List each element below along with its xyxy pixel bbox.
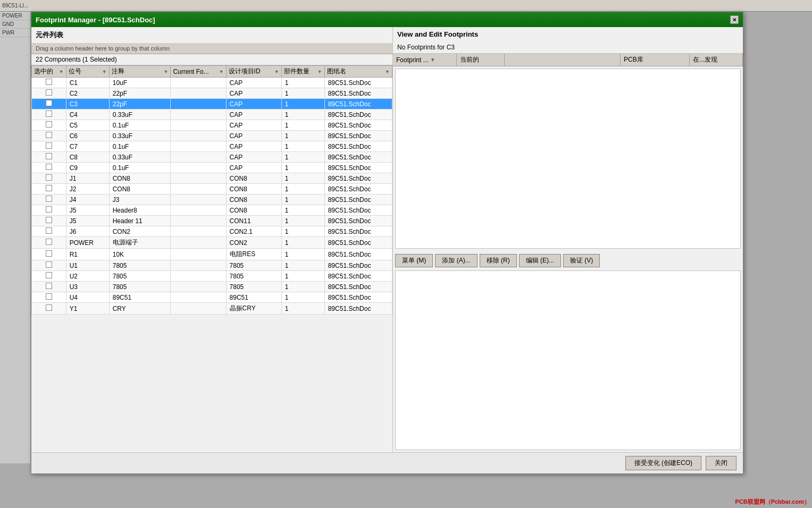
table-row[interactable]: U378057805189C51.SchDoc [32,282,392,292]
table-row[interactable]: R110K电阻RES189C51.SchDoc [32,249,392,260]
fp-buttons: 菜单 (M) 添加 (A)... 移除 (R) 编辑 (E)... 验证 (V) [393,251,743,270]
cell-schematic: 89C51.SchDoc [324,120,392,131]
cell-schematic: 89C51.SchDoc [324,216,392,226]
cell-current-fo [171,282,226,292]
table-row[interactable]: J5Header 11CON11189C51.SchDoc [32,216,392,226]
cell-schematic: 89C51.SchDoc [324,131,392,141]
cell-comment: CRY [109,303,171,315]
cell-selected [32,184,66,194]
table-row[interactable]: C70.1uFCAP189C51.SchDoc [32,141,392,152]
cell-part-count: 1 [281,141,324,152]
table-row[interactable]: J6CON2CON2.1189C51.SchDoc [32,226,392,237]
cell-ref: U2 [66,271,109,282]
cell-design-id: CON8 [226,205,281,216]
cell-comment: 0.1uF [109,120,171,131]
cell-selected [32,78,66,88]
cell-part-count: 1 [281,205,324,216]
cell-design-id: CON8 [226,194,281,205]
table-row[interactable]: POWER电源端子CON2189C51.SchDoc [32,237,392,249]
table-row[interactable]: C90.1uFCAP189C51.SchDoc [32,163,392,173]
fp-filter-icon[interactable]: ▼ [430,57,436,63]
no-footprint-label: No Footprints for C3 [393,41,743,54]
sidebar-gnd: GND [0,20,30,29]
cell-ref: J5 [66,216,109,226]
cell-comment: 89C51 [109,292,171,303]
cell-part-count: 1 [281,271,324,282]
fp-col-footprint[interactable]: Footprint ... ▼ [393,54,457,66]
cell-part-count: 1 [281,282,324,292]
table-row[interactable]: C60.33uFCAP189C51.SchDoc [32,131,392,141]
cell-design-id: 89C51 [226,292,281,303]
accept-changes-button[interactable]: 接受变化 (创建ECO) [625,456,701,470]
cell-design-id: CON11 [226,216,281,226]
cell-design-id: 7805 [226,282,281,292]
col-header-count[interactable]: 部件数量▼ [281,66,324,78]
cell-design-id: 7805 [226,260,281,271]
cell-schematic: 89C51.SchDoc [324,194,392,205]
cell-ref: POWER [66,237,109,249]
sidebar-power: POWER [0,12,30,20]
table-row[interactable]: U178057805189C51.SchDoc [32,260,392,271]
left-panel-header: 元件列表 [31,27,392,43]
cell-selected [32,141,66,152]
cell-comment: J3 [109,194,171,205]
cell-selected [32,249,66,260]
menu-button[interactable]: 菜单 (M) [395,254,433,267]
col-header-ref[interactable]: 位号▼ [66,66,109,78]
cell-schematic: 89C51.SchDoc [324,184,392,194]
close-dialog-button[interactable]: 关闭 [706,456,736,470]
col-header-comment[interactable]: 注释▼ [109,66,171,78]
cell-design-id: CAP [226,78,281,88]
cell-ref: C8 [66,152,109,163]
close-button[interactable]: ✕ [730,15,739,24]
cell-current-fo [171,237,226,249]
table-row[interactable]: C322pFCAP189C51.SchDoc [32,99,392,109]
cell-schematic: 89C51.SchDoc [324,282,392,292]
col-header-schematic[interactable]: 图纸名▼ [324,66,392,78]
table-row[interactable]: U489C5189C51189C51.SchDoc [32,292,392,303]
cell-design-id: CON2.1 [226,226,281,237]
cell-comment: 7805 [109,282,171,292]
cell-part-count: 1 [281,237,324,249]
cell-current-fo [171,141,226,152]
cell-part-count: 1 [281,152,324,163]
table-row[interactable]: C80.33uFCAP189C51.SchDoc [32,152,392,163]
cell-selected [32,152,66,163]
cell-ref: J6 [66,226,109,237]
cell-current-fo [171,194,226,205]
table-row[interactable]: C110uFCAP189C51.SchDoc [32,78,392,88]
cell-schematic: 89C51.SchDoc [324,173,392,184]
col-header-selected[interactable]: 选中的▼ [32,66,66,78]
cell-current-fo [171,260,226,271]
table-row[interactable]: C40.33uFCAP189C51.SchDoc [32,109,392,120]
cell-comment: Header 11 [109,216,171,226]
cell-selected [32,226,66,237]
col-header-current-fo[interactable]: Current Fo...▼ [171,66,226,78]
cell-comment: 0.1uF [109,163,171,173]
table-row[interactable]: J1CON8CON8189C51.SchDoc [32,173,392,184]
table-row[interactable]: C50.1uFCAP189C51.SchDoc [32,120,392,131]
table-row[interactable]: J2CON8CON8189C51.SchDoc [32,184,392,194]
cell-schematic: 89C51.SchDoc [324,141,392,152]
table-row[interactable]: C222pFCAP189C51.SchDoc [32,88,392,99]
cell-current-fo [171,271,226,282]
table-row[interactable]: Y1CRY晶振CRY189C51.SchDoc [32,303,392,315]
cell-part-count: 1 [281,292,324,303]
verify-button[interactable]: 验证 (V) [563,254,600,267]
remove-button[interactable]: 移除 (R) [480,254,517,267]
add-button[interactable]: 添加 (A)... [435,254,477,267]
cell-comment: 7805 [109,271,171,282]
table-row[interactable]: J5Header8CON8189C51.SchDoc [32,205,392,216]
cell-comment: 22pF [109,88,171,99]
table-row[interactable]: J4J3CON8189C51.SchDoc [32,194,392,205]
cell-ref: J5 [66,205,109,216]
cell-ref: C7 [66,141,109,152]
cell-schematic: 89C51.SchDoc [324,237,392,249]
cell-schematic: 89C51.SchDoc [324,205,392,216]
cell-comment: 22pF [109,99,171,109]
footprint-list-area[interactable] [395,69,741,249]
edit-button[interactable]: 编辑 (E)... [519,254,561,267]
table-row[interactable]: U278057805189C51.SchDoc [32,271,392,282]
component-table[interactable]: 选中的▼ 位号▼ 注释▼ Current Fo...▼ [31,65,392,452]
col-header-design-id[interactable]: 设计项目ID▼ [226,66,281,78]
